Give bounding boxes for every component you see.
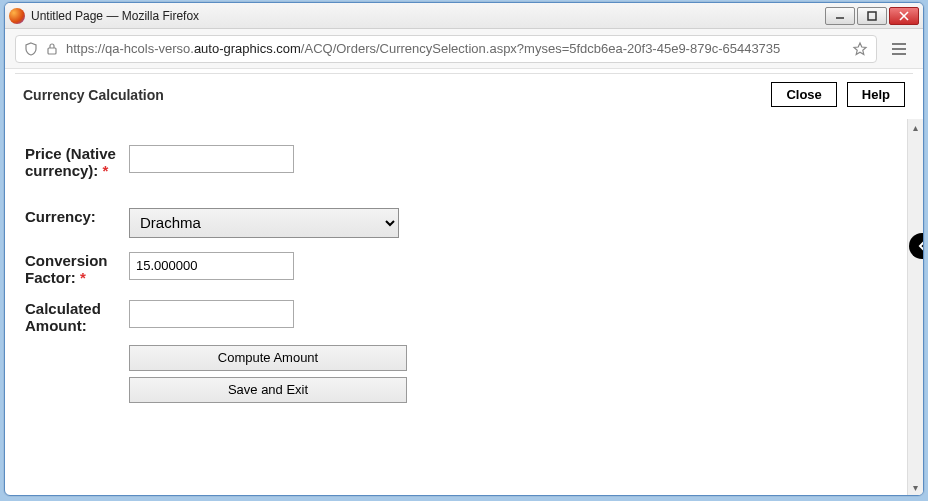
form-actions: Compute Amount Save and Exit [129, 345, 903, 403]
currency-form: Price (Native currency): * Currency: Dra… [15, 115, 913, 413]
url-text: https://qa-hcols-verso.auto-graphics.com… [66, 41, 844, 56]
conversion-input[interactable] [129, 252, 294, 280]
calculated-label: Calculated Amount: [25, 300, 129, 335]
url-suffix: /ACQ/Orders/CurrencySelection.aspx?myses… [301, 41, 780, 56]
compute-amount-button[interactable]: Compute Amount [129, 345, 407, 371]
row-price: Price (Native currency): * [25, 145, 903, 180]
url-bar[interactable]: https://qa-hcols-verso.auto-graphics.com… [15, 35, 877, 63]
app-menu-button[interactable] [885, 35, 913, 63]
firefox-icon [9, 8, 25, 24]
svg-rect-1 [868, 12, 876, 20]
page-header: Currency Calculation Close Help [15, 74, 913, 115]
maximize-button[interactable] [857, 7, 887, 25]
close-window-button[interactable] [889, 7, 919, 25]
minimize-button[interactable] [825, 7, 855, 25]
urlbar-row: https://qa-hcols-verso.auto-graphics.com… [5, 29, 923, 69]
currency-select[interactable]: Drachma [129, 208, 399, 238]
titlebar: Untitled Page — Mozilla Firefox [5, 3, 923, 29]
chevron-left-icon [917, 241, 924, 251]
page-viewport: ▴ ▾ Currency Calculation Close Help Pric… [5, 69, 923, 495]
minimize-icon [835, 11, 845, 21]
shield-icon [24, 42, 38, 56]
page-content: Currency Calculation Close Help Price (N… [15, 73, 913, 413]
row-calculated: Calculated Amount: [25, 300, 903, 335]
url-prefix: https://qa-hcols-verso. [66, 41, 194, 56]
close-button[interactable]: Close [771, 82, 836, 107]
row-currency: Currency: Drachma [25, 208, 903, 238]
save-and-exit-button[interactable]: Save and Exit [129, 377, 407, 403]
required-mark: * [80, 269, 86, 286]
price-label: Price (Native currency): * [25, 145, 129, 180]
price-input[interactable] [129, 145, 294, 173]
close-icon [899, 11, 909, 21]
browser-window: Untitled Page — Mozilla Firefox https://… [4, 2, 924, 496]
conversion-label: Conversion Factor: * [25, 252, 129, 287]
bookmark-star-icon[interactable] [852, 41, 868, 57]
window-title: Untitled Page — Mozilla Firefox [31, 9, 823, 23]
url-host: auto-graphics.com [194, 41, 301, 56]
hamburger-icon [891, 42, 907, 56]
maximize-icon [867, 11, 877, 21]
page-title: Currency Calculation [23, 87, 761, 103]
conversion-label-text: Conversion Factor: [25, 252, 108, 286]
lock-icon [46, 42, 58, 56]
required-mark: * [103, 162, 109, 179]
window-controls [823, 7, 919, 25]
currency-label: Currency: [25, 208, 129, 225]
calculated-input[interactable] [129, 300, 294, 328]
help-button[interactable]: Help [847, 82, 905, 107]
row-conversion: Conversion Factor: * [25, 252, 903, 287]
scroll-down-arrow-icon[interactable]: ▾ [908, 479, 923, 495]
svg-rect-4 [48, 48, 56, 54]
